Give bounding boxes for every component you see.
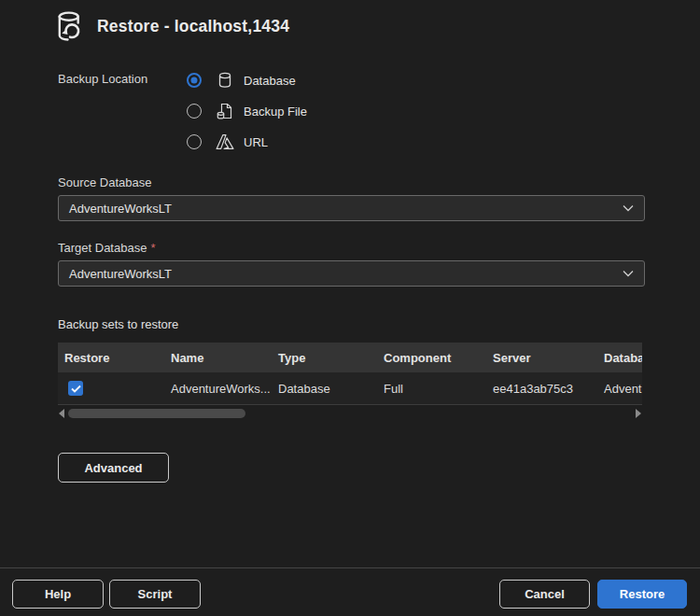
database-icon bbox=[215, 71, 234, 91]
backup-file-icon bbox=[215, 102, 234, 121]
cell-type: Database bbox=[278, 382, 384, 396]
restore-database-icon bbox=[53, 9, 85, 43]
column-header-name: Name bbox=[171, 351, 278, 365]
cell-name: AdventureWorks... bbox=[171, 382, 278, 396]
radio-option-label: Database bbox=[244, 74, 296, 88]
source-database-value: AdventureWorksLT bbox=[69, 202, 172, 216]
backup-location-radio-group: Database Backup File U bbox=[187, 71, 307, 151]
radio-option-url[interactable]: URL bbox=[187, 133, 307, 151]
scroll-right-arrow-icon[interactable] bbox=[636, 409, 641, 418]
column-header-restore: Restore bbox=[58, 351, 171, 365]
radio-option-database[interactable]: Database bbox=[187, 71, 307, 90]
column-header-component: Component bbox=[384, 351, 493, 365]
backup-sets-title: Backup sets to restore bbox=[58, 317, 178, 331]
help-button[interactable]: Help bbox=[12, 580, 104, 609]
radio-button[interactable] bbox=[187, 104, 202, 119]
radio-button[interactable] bbox=[187, 134, 202, 149]
chevron-down-icon bbox=[623, 270, 634, 277]
dialog-title: Restore - localhost,1434 bbox=[97, 17, 289, 36]
source-database-select[interactable]: AdventureWorksLT bbox=[58, 195, 645, 221]
footer-divider bbox=[0, 567, 700, 568]
column-header-database: Database bbox=[604, 351, 642, 365]
radio-button-selected[interactable] bbox=[187, 73, 202, 88]
radio-option-label: Backup File bbox=[244, 105, 307, 119]
checkmark-icon bbox=[71, 385, 81, 393]
scrollbar-thumb[interactable] bbox=[68, 409, 245, 418]
azure-url-icon bbox=[215, 133, 234, 152]
cell-component: Full bbox=[384, 382, 493, 396]
column-header-server: Server bbox=[493, 351, 604, 365]
chevron-down-icon bbox=[623, 204, 634, 212]
horizontal-scrollbar[interactable] bbox=[58, 408, 642, 419]
cell-database: AdventureWorksLT bbox=[604, 382, 642, 396]
target-database-select[interactable]: AdventureWorksLT bbox=[58, 260, 645, 287]
script-button[interactable]: Script bbox=[109, 580, 201, 609]
required-marker: * bbox=[150, 241, 155, 255]
restore-dialog: Restore - localhost,1434 Backup Location… bbox=[0, 0, 700, 616]
restore-button[interactable]: Restore bbox=[597, 580, 687, 609]
dialog-header: Restore - localhost,1434 bbox=[53, 9, 289, 43]
restore-checkbox-checked[interactable] bbox=[68, 381, 83, 396]
column-header-type: Type bbox=[278, 351, 384, 365]
table-row[interactable]: AdventureWorks... Database Full ee41a3ab… bbox=[58, 372, 642, 405]
radio-option-backup-file[interactable]: Backup File bbox=[187, 102, 307, 120]
backup-sets-table: Restore Name Type Component Server Datab… bbox=[58, 343, 642, 405]
radio-option-label: URL bbox=[244, 135, 268, 149]
advanced-button[interactable]: Advanced bbox=[58, 453, 169, 483]
target-database-value: AdventureWorksLT bbox=[69, 267, 172, 281]
scroll-left-arrow-icon[interactable] bbox=[59, 409, 64, 418]
backup-location-label: Backup Location bbox=[58, 72, 147, 86]
target-database-label: Target Database* bbox=[58, 241, 155, 255]
cell-server: ee41a3ab75c3 bbox=[493, 382, 604, 396]
cancel-button[interactable]: Cancel bbox=[499, 580, 590, 609]
table-header-row: Restore Name Type Component Server Datab… bbox=[58, 343, 642, 372]
source-database-label: Source Database bbox=[58, 175, 151, 189]
